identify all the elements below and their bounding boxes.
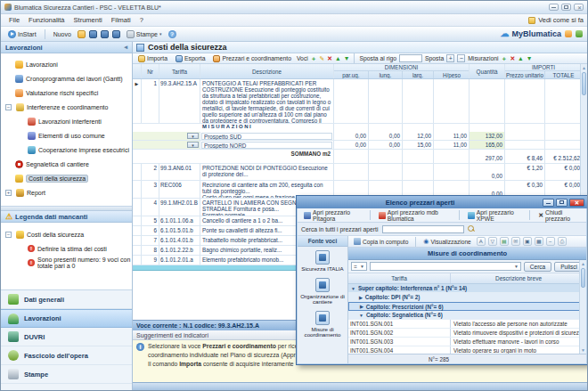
source-misure-coordinamento[interactable]: Misure di coordinamento [298, 307, 347, 340]
price-item-row[interactable]: INT001.SGN.003 Vietato effettuare manovr… [348, 338, 586, 346]
col-totale[interactable]: TOTALE [545, 71, 582, 78]
collapse-arrow-icon[interactable]: ◂ [124, 44, 127, 51]
measure-row[interactable]: ▾ Prospetto NORD 0,00 0,00 15,00 11,00 1… [133, 141, 582, 150]
capitolo-prescrizioni-row[interactable]: ▶ Capitolo: Prescrizioni (N°= 6) [348, 302, 586, 311]
tree-item-cooperazione[interactable]: Cooperazione imprese esecutrici [1, 143, 132, 157]
mail-icon[interactable]: ✉ [511, 237, 520, 246]
chiudi-prezzario-button[interactable]: ✕ Chiudi prezzario [535, 208, 583, 223]
legend-panel-header[interactable]: ⚠ Legenda dati mancanti [1, 211, 132, 223]
find-icon[interactable]: A [477, 237, 486, 246]
move-up-icon[interactable]: ▲ [335, 55, 341, 61]
scrollbar-thumb[interactable] [581, 268, 585, 288]
nav-lavorazioni[interactable]: Lavorazioni [1, 309, 132, 328]
scrollbar-thumb[interactable] [582, 72, 586, 95]
col-h-peso[interactable]: H/peso [434, 71, 470, 78]
add-voce-icon[interactable]: ＋ [311, 54, 317, 63]
update-icon[interactable] [576, 30, 583, 37]
table-row[interactable]: ▶ 1 99.3.AH2.15.A PONTEGGIO A TELAI PREF… [133, 79, 582, 124]
visualizzazione-button[interactable]: ◉ Visualizzazione [421, 237, 473, 246]
menu-strumenti[interactable]: Strumenti [69, 15, 107, 25]
dialog-title-bar[interactable]: Elenco prezzari aperti ✕ [297, 196, 587, 208]
measure-row[interactable]: ▾ Prospetto SUD 0,00 0,00 12,00 11,00 13… [133, 132, 582, 141]
nuovo-button[interactable]: Nuovo [51, 30, 74, 38]
col-nr[interactable]: Nr [142, 64, 159, 78]
capitolo-dpi-row[interactable]: ▶ Capitolo: DPI (N°= 2) [348, 293, 586, 302]
edit-pencil-icon[interactable]: ✎ [320, 55, 325, 62]
tree-item-cronoprogramma[interactable]: Cronoprogramma dei lavori (Gantt) [1, 71, 132, 86]
super-capitolo-row[interactable]: ▼ Super capitolo: Interferenza n° 1 (N°=… [348, 284, 586, 293]
apri-pitagora-button[interactable]: Apri prezzario Pitagora [301, 208, 364, 223]
sidebar-panel-header[interactable]: Lavorazioni ◂ [1, 42, 132, 53]
price-item-row[interactable]: INT001.SGN.002 Vietato rimuovere disposi… [348, 329, 586, 338]
copia-in-computo-button[interactable]: Copia in computo [351, 237, 411, 246]
legend-item-voci-zero[interactable]: ! Sono presenti numero: 9 voci con total… [1, 256, 132, 270]
sposta-al-rigo-input[interactable] [399, 54, 422, 62]
save-all-icon[interactable] [112, 30, 120, 38]
tree-item-lavorazioni-interferenti[interactable]: Lavorazioni interferenti [1, 114, 132, 128]
news-icon[interactable] [565, 30, 572, 37]
save-icon[interactable] [89, 30, 97, 38]
col-lung[interactable]: lung. [369, 71, 403, 78]
collapse-all-icon[interactable]: − [457, 54, 465, 62]
apri-xpwe-button[interactable]: Apri prezzario XPWE [465, 208, 525, 223]
tree-item-interferenze[interactable]: − Interferenze e coordinamento [1, 100, 132, 114]
search-input[interactable] [382, 225, 464, 233]
col-tariffa[interactable]: Tariffa [348, 273, 451, 283]
misurazione-down-icon[interactable]: ▼ [527, 55, 533, 61]
dialog-maximize-icon[interactable] [556, 199, 568, 207]
tree-item-segnaletica[interactable]: Segnaletica di cantiere [1, 157, 132, 171]
minus-icon[interactable]: − [546, 237, 555, 246]
menu-file[interactable]: File [4, 15, 24, 25]
menu-filmati[interactable]: Filmati [107, 15, 135, 25]
tree-item-lavorazioni[interactable]: Lavorazioni [1, 57, 132, 71]
stampe-button[interactable]: Stampe▾ [124, 29, 165, 39]
apri-mdb-blumatica-button[interactable]: Apri prezzario mdb Blumatica [376, 208, 453, 223]
close-icon[interactable]: ✕ [574, 4, 584, 11]
collapse-minus-icon[interactable]: − [5, 104, 12, 110]
save-as-icon[interactable] [101, 30, 109, 38]
operator-combo[interactable]: =▼ [351, 262, 367, 271]
grid-icon[interactable]: ▦ [535, 237, 543, 246]
col-tariffa[interactable]: Tariffa [159, 64, 200, 78]
add-misurazione-icon[interactable]: ＋ [502, 54, 508, 63]
tree-item-valutazione-rischi[interactable]: Valutazione rischi specifici [1, 86, 132, 100]
chevron-down-icon[interactable]: ▼ [351, 286, 355, 291]
tree-item-report[interactable]: + Report [1, 185, 132, 200]
tree-item-elementi-uso-comune[interactable]: Elementi di uso comune [1, 128, 132, 143]
price-item-row[interactable]: INT001.SGN.004 Vietato operare su organi… [348, 346, 586, 354]
prezzari-coordinamento-button[interactable]: Prezzari e coordinamento [210, 54, 293, 63]
cerca-button[interactable]: Cerca [524, 262, 551, 272]
instart-button[interactable]: InStart [5, 29, 39, 39]
capitolo-segnaletica-row[interactable]: ▼ Capitolo: Segnaletica (N°= 6) [348, 311, 586, 320]
myblumatica-logo[interactable]: ☁ MyBlumatica [500, 29, 561, 38]
vedi-come-si-fa-link[interactable]: Vedi come si fa [528, 16, 584, 24]
col-descrizione-breve[interactable]: Descrizione breve [451, 273, 586, 283]
menu-funzionalita[interactable]: Funzionalità [24, 15, 69, 25]
measure-dropdown-button[interactable]: ▾ [187, 133, 199, 139]
expand-all-icon[interactable]: + [446, 54, 454, 62]
nav-stampe[interactable]: Stampe [1, 365, 132, 384]
nav-fascicolo[interactable]: Fascicolo dell'opera [1, 346, 132, 365]
dialog-minimize-icon[interactable] [543, 199, 554, 207]
col-par-ug[interactable]: par.ug. [334, 71, 369, 78]
chevron-right-icon[interactable]: ▶ [359, 295, 363, 300]
delete-voce-icon[interactable]: ✕ [327, 55, 332, 62]
delete-misurazione-icon[interactable]: ✕ [510, 55, 515, 62]
table-row[interactable]: 2 99.3.AN6.01 PROTEZIONE NODI DI PONTEGG… [133, 164, 582, 181]
price-item-row[interactable]: INT001.SGN.001 Vietato l'accesso alle pe… [348, 320, 586, 329]
tree-item-costi-sicurezza[interactable]: Costi della sicurezza [1, 171, 132, 185]
save-icon[interactable]: ▣ [523, 237, 532, 246]
move-down-icon[interactable]: ▼ [344, 55, 350, 61]
source-sicurezza-italia[interactable]: Sicurezza ITALIA [298, 247, 347, 274]
menu-help[interactable]: ? [135, 15, 148, 25]
dialog-close-icon[interactable]: ✕ [569, 199, 584, 207]
scroll-up-icon[interactable]: ▲ [581, 64, 587, 71]
legend-root-item[interactable]: − Costi della sicurezza [1, 227, 132, 241]
col-larg[interactable]: larg. [403, 71, 434, 78]
scroll-up-icon[interactable]: ▲ [580, 260, 586, 267]
importa-button[interactable]: Importa [135, 54, 170, 63]
sposta-button[interactable]: Sposta [425, 55, 444, 61]
col-prezzo-unitario[interactable]: Prezzo unitario [505, 71, 545, 78]
source-organizzazione-cantiere[interactable]: Organizzazione di cantiere [298, 274, 347, 307]
nav-duvri[interactable]: DUVRI [1, 328, 132, 346]
